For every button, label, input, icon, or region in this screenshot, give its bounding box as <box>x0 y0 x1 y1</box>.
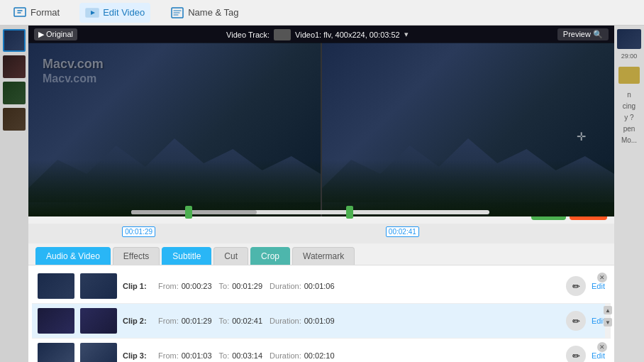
crosshair-icon: ✛ <box>577 130 586 143</box>
timestamp-start: 00:01:29 <box>122 226 155 237</box>
track-thumb <box>274 29 291 40</box>
video-frames: Macv.com Macv.com ✛ <box>28 43 614 216</box>
clip-3-close-btn[interactable]: ✕ <box>597 342 607 352</box>
clip-thumb-3b <box>80 343 117 362</box>
right-text-pen: pen <box>623 125 635 133</box>
scroll-up[interactable]: ▲ <box>604 306 612 314</box>
clip-thumb-2b <box>80 308 117 334</box>
right-text-mo: Mo... <box>621 136 637 144</box>
sidebar-thumb-4[interactable] <box>3 108 26 131</box>
sub-timeline: 00:01:29 00:02:41 <box>28 224 614 243</box>
name-tag-btn[interactable]: Name & Tag <box>165 3 244 23</box>
edit-video-label: Edit Video <box>103 7 145 18</box>
clip-3-duration: Duration: 00:02:10 <box>270 351 334 360</box>
top-toolbar: Format Edit Video Name & Tag <box>0 0 644 26</box>
sidebar-thumb-2[interactable] <box>3 55 26 78</box>
tab-subtitle[interactable]: Subtitle <box>162 247 211 265</box>
trees-right <box>322 160 614 216</box>
timeline-handle-left[interactable] <box>185 206 192 219</box>
clip-2-edit-icon-btn[interactable]: ✏ <box>566 311 586 331</box>
tab-watermark[interactable]: Watermark <box>292 247 355 265</box>
clip-3-info: Clip 3: From: 00:01:03 To: 00:03:14 Dura… <box>123 351 560 360</box>
folder-icon[interactable] <box>618 67 640 84</box>
timeline-progress <box>131 210 257 214</box>
clip-1-info: Clip 1: From: 00:00:23 To: 00:01:29 Dura… <box>123 282 560 290</box>
clip-row-3: Clip 3: From: 00:01:03 To: 00:03:14 Dura… <box>32 339 611 362</box>
right-text-cing: cing <box>623 102 635 110</box>
clip-1-edit-btn[interactable]: Edit <box>592 282 605 290</box>
timeline-handle-right[interactable] <box>346 206 353 219</box>
timestamp-end: 00:02:41 <box>386 226 419 237</box>
clips-list: Clip 1: From: 00:00:23 To: 00:01:29 Dura… <box>28 265 614 362</box>
clip-3-edit-icon-btn[interactable]: ✏ <box>566 346 586 362</box>
tab-crop[interactable]: Crop <box>250 247 290 265</box>
video-frame-left: Macv.com Macv.com <box>28 43 322 216</box>
clip-1-to: To: 00:01:29 <box>219 282 263 290</box>
original-label: ▶ Original <box>34 28 77 40</box>
center-content: ▶ Original Video Track: Video1: flv, 400… <box>28 26 614 362</box>
tab-audio-video[interactable]: Audio & Video <box>35 247 111 265</box>
format-label: Format <box>30 7 60 18</box>
edit-video-btn[interactable]: Edit Video <box>79 3 150 23</box>
clip-thumb-3 <box>38 343 74 362</box>
video-area: ▶ Original Video Track: Video1: flv, 400… <box>28 26 614 199</box>
right-thumb-1 <box>617 29 641 49</box>
clip-1-from: From: 00:00:23 <box>158 282 212 290</box>
tab-cut[interactable]: Cut <box>213 247 248 265</box>
clip-2-info: Clip 2: From: 00:01:29 To: 00:02:41 Dura… <box>123 317 560 325</box>
clip-row-1: Clip 1: From: 00:00:23 To: 00:01:29 Dura… <box>32 269 611 304</box>
watermark-1: Macv.com <box>43 57 104 72</box>
tab-bar: Audio & Video Effects Subtitle Cut Crop … <box>28 243 614 265</box>
clip-3-edit-btn[interactable]: Edit <box>592 351 605 360</box>
clip-2-to: To: 00:02:41 <box>219 317 263 325</box>
right-sidebar: 29:00 n cing y ? pen Mo... <box>614 26 644 362</box>
name-tag-label: Name & Tag <box>188 7 238 18</box>
clips-scrollbar[interactable]: ▲ ▼ <box>605 304 611 338</box>
sidebar-thumb-1[interactable] <box>3 29 26 52</box>
video-top-bar: ▶ Original Video Track: Video1: flv, 400… <box>28 26 614 43</box>
video-frame-right: ✛ <box>322 43 614 216</box>
right-time-label: 29:00 <box>621 53 638 60</box>
name-tag-icon <box>170 6 184 20</box>
scroll-down[interactable]: ▼ <box>604 318 612 327</box>
edit-video-icon <box>85 6 99 20</box>
clip-1-label: Clip 1: <box>123 282 151 290</box>
sidebar-thumb-3[interactable] <box>3 82 26 104</box>
clip-2-label: Clip 2: <box>123 317 151 325</box>
clip-thumb-1 <box>38 273 74 299</box>
timeline-bar[interactable] <box>131 210 490 214</box>
main-layout: ▶ Original Video Track: Video1: flv, 400… <box>0 26 644 362</box>
clip-3-from: From: 00:01:03 <box>158 351 212 360</box>
clip-3-to: To: 00:03:14 <box>219 351 263 360</box>
clip-row-2: Clip 2: From: 00:01:29 To: 00:02:41 Dura… <box>32 304 611 339</box>
trees-left <box>28 160 321 216</box>
dropdown-arrow[interactable]: ▾ <box>404 30 409 39</box>
format-icon <box>13 6 27 20</box>
clip-1-edit-icon-btn[interactable]: ✏ <box>566 276 586 296</box>
clip-thumb-1b <box>80 273 117 299</box>
clip-1-close-btn[interactable]: ✕ <box>597 273 607 283</box>
video-info: Video1: flv, 400x224, 00:03:52 <box>295 31 400 39</box>
preview-btn[interactable]: Preview 🔍 <box>557 28 609 40</box>
video-track-info: Video Track: Video1: flv, 400x224, 00:03… <box>226 29 409 40</box>
left-sidebar <box>0 26 28 362</box>
tab-effects[interactable]: Effects <box>113 247 160 265</box>
format-btn[interactable]: Format <box>7 3 65 23</box>
svg-rect-0 <box>14 8 26 16</box>
clip-2-duration: Duration: 00:01:09 <box>270 317 334 325</box>
clip-2-from: From: 00:01:29 <box>158 317 212 325</box>
clip-3-label: Clip 3: <box>123 351 151 360</box>
right-text-y: y ? <box>624 114 633 121</box>
clip-1-duration: Duration: 00:01:06 <box>270 282 334 290</box>
clip-thumb-2 <box>38 308 74 334</box>
watermark-2: Macv.com <box>43 72 96 85</box>
video-track-label: Video Track: <box>226 31 270 39</box>
right-text-n: n <box>627 91 631 99</box>
